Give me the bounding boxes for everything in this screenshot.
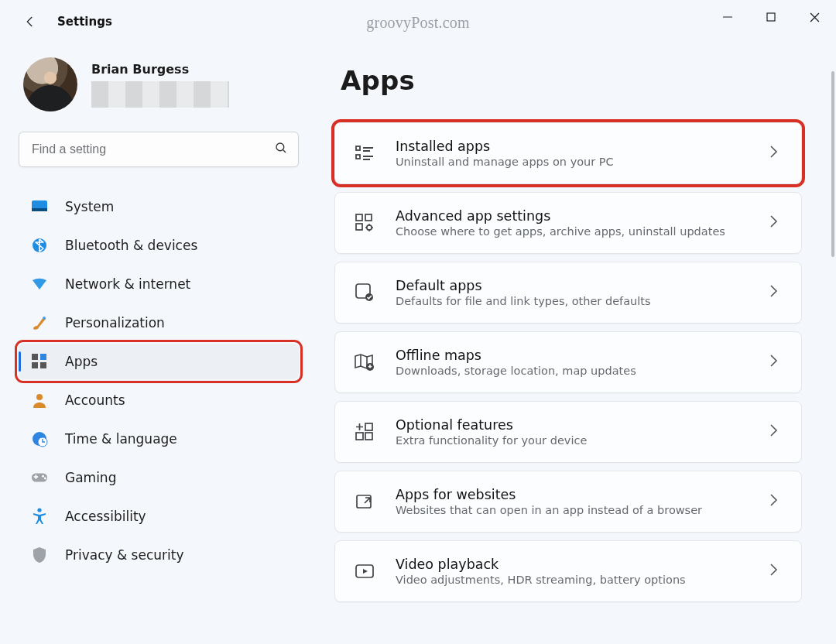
clock-globe-icon	[31, 430, 48, 447]
video-icon	[354, 560, 375, 582]
account-info: Brian Burgess	[91, 62, 229, 108]
nav: System Bluetooth & devices Network & int…	[19, 189, 299, 573]
sidebar-item-gaming[interactable]: Gaming	[19, 460, 299, 495]
wifi-icon	[31, 276, 48, 293]
search-wrap	[19, 132, 299, 167]
sidebar-item-apps[interactable]: Apps	[19, 344, 299, 379]
window-controls	[706, 0, 836, 34]
sidebar-item-time[interactable]: Time & language	[19, 421, 299, 457]
accessibility-icon	[31, 508, 48, 525]
card-list: Installed apps Uninstall and manage apps…	[334, 122, 802, 602]
close-icon	[810, 12, 820, 22]
card-apps-for-websites[interactable]: Apps for websites Websites that can open…	[334, 471, 802, 533]
svg-rect-8	[40, 354, 46, 360]
svg-rect-1	[767, 13, 775, 21]
card-offline-maps[interactable]: Offline maps Downloads, storage location…	[334, 331, 802, 393]
maximize-button[interactable]	[749, 0, 793, 34]
search-icon	[274, 141, 288, 158]
sidebar-item-bluetooth[interactable]: Bluetooth & devices	[19, 228, 299, 263]
svg-rect-29	[365, 423, 372, 430]
sidebar-item-network[interactable]: Network & internet	[19, 266, 299, 302]
svg-rect-24	[356, 224, 362, 230]
system-icon	[31, 198, 48, 215]
svg-point-11	[36, 394, 43, 400]
card-default-apps[interactable]: Default apps Defaults for file and link …	[334, 262, 802, 324]
svg-point-2	[276, 143, 284, 151]
sidebar-item-personalization[interactable]: Personalization	[19, 305, 299, 341]
search-input[interactable]	[19, 132, 299, 167]
card-optional-features[interactable]: Optional features Extra functionality fo…	[334, 401, 802, 463]
svg-rect-18	[36, 474, 37, 479]
shield-icon	[31, 546, 48, 564]
sidebar-item-label: Network & internet	[65, 276, 190, 292]
minimize-button[interactable]	[706, 0, 749, 34]
bluetooth-icon	[31, 237, 48, 254]
card-subtitle: Uninstall and manage apps on your PC	[396, 156, 749, 168]
sidebar-item-label: System	[65, 199, 114, 214]
person-icon	[31, 392, 48, 409]
sidebar-item-accessibility[interactable]: Accessibility	[19, 498, 299, 534]
sidebar-item-label: Privacy & security	[65, 547, 184, 563]
sidebar-item-system[interactable]: System	[19, 189, 299, 224]
close-button[interactable]	[793, 0, 836, 34]
window-title: Settings	[57, 15, 112, 29]
card-title: Installed apps	[396, 139, 749, 154]
chevron-right-icon	[769, 354, 787, 371]
card-subtitle: Video adjustments, HDR streaming, batter…	[396, 574, 749, 586]
chevron-right-icon	[769, 284, 787, 301]
card-installed-apps[interactable]: Installed apps Uninstall and manage apps…	[334, 122, 802, 184]
arrow-left-icon	[23, 15, 37, 29]
card-subtitle: Downloads, storage location, map updates	[396, 365, 749, 377]
card-subtitle: Extra functionality for your device	[396, 434, 749, 447]
chevron-right-icon	[769, 493, 787, 510]
svg-rect-0	[723, 17, 732, 18]
card-title: Default apps	[396, 278, 749, 293]
svg-point-16	[44, 477, 46, 479]
svg-rect-20	[356, 146, 360, 150]
svg-point-15	[42, 475, 44, 478]
sidebar-item-accounts[interactable]: Accounts	[19, 382, 299, 418]
svg-point-6	[43, 317, 46, 320]
main-panel: Apps Installed apps Uninstall and manage…	[317, 43, 836, 644]
paintbrush-icon	[31, 314, 48, 331]
account-name: Brian Burgess	[91, 62, 229, 77]
card-advanced-app-settings[interactable]: Advanced app settings Choose where to ge…	[334, 192, 802, 254]
apps-icon	[31, 353, 48, 370]
chevron-right-icon	[769, 563, 787, 580]
sidebar-item-label: Personalization	[65, 315, 165, 331]
card-subtitle: Websites that can open in an app instead…	[396, 504, 749, 516]
grid-gear-icon	[354, 212, 375, 234]
sidebar: Brian Burgess System Bluetooth & devices…	[0, 43, 317, 644]
chevron-right-icon	[769, 214, 787, 231]
title-bar: Settings groovyPost.com	[0, 0, 836, 43]
avatar	[23, 57, 77, 111]
card-title: Advanced app settings	[396, 208, 749, 224]
list-icon	[354, 142, 375, 164]
svg-rect-10	[40, 362, 46, 368]
account-block[interactable]: Brian Burgess	[19, 57, 299, 111]
gamepad-icon	[31, 469, 48, 486]
map-download-icon	[354, 351, 375, 373]
svg-rect-22	[356, 214, 362, 221]
svg-rect-4	[32, 208, 47, 211]
default-check-icon	[354, 282, 375, 303]
svg-rect-9	[32, 362, 38, 368]
back-button[interactable]	[12, 4, 48, 39]
card-subtitle: Choose where to get apps, archive apps, …	[396, 225, 749, 238]
sidebar-item-label: Time & language	[65, 431, 177, 447]
card-title: Video playback	[396, 557, 749, 572]
sidebar-item-label: Apps	[65, 354, 98, 369]
open-link-icon	[354, 491, 375, 512]
page-title: Apps	[341, 65, 802, 96]
svg-rect-31	[365, 433, 372, 440]
svg-rect-21	[356, 155, 360, 159]
chevron-right-icon	[769, 145, 787, 162]
minimize-icon	[723, 12, 732, 22]
sidebar-item-privacy[interactable]: Privacy & security	[19, 537, 299, 573]
account-email-redacted	[91, 81, 229, 108]
svg-rect-7	[32, 354, 38, 360]
card-video-playback[interactable]: Video playback Video adjustments, HDR st…	[334, 540, 802, 602]
card-subtitle: Defaults for file and link types, other …	[396, 295, 749, 307]
scrollbar-thumb[interactable]	[831, 71, 834, 257]
card-title: Optional features	[396, 417, 749, 433]
